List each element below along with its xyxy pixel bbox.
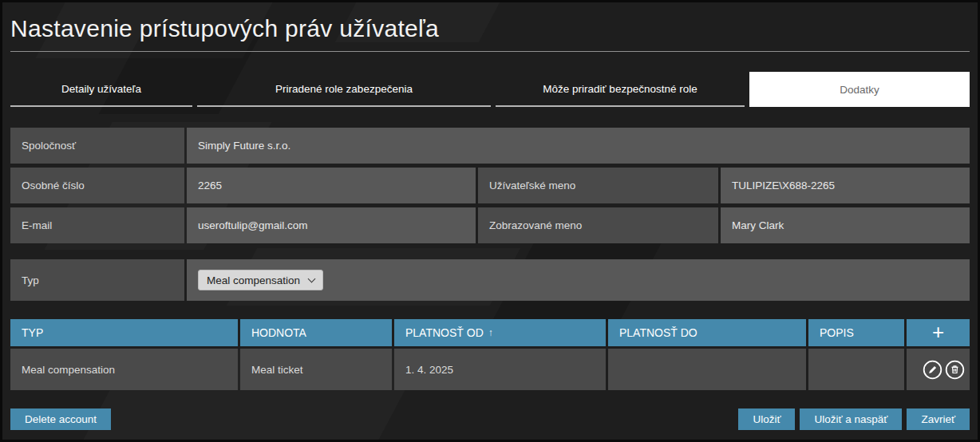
trash-icon xyxy=(945,360,965,380)
type-value-cell: Meal compensation xyxy=(187,259,970,301)
cell-hodnota: Meal ticket xyxy=(240,349,392,390)
personal-number-label: Osobné číslo xyxy=(10,168,184,203)
table-row[interactable]: Meal compensation Meal ticket 1. 4. 2025 xyxy=(10,349,970,390)
email-value[interactable]: useroftulip@gmail.com xyxy=(187,207,476,243)
display-name-value[interactable]: Mary Clark xyxy=(721,207,970,243)
addendums-table: TYP HODNOTA PLATNOSŤ OD ↑ PLATNOSŤ DO PO… xyxy=(10,319,970,390)
username-value[interactable]: TULIPIZE\X688-2265 xyxy=(721,168,970,203)
username-label: Užívateľské meno xyxy=(478,168,718,203)
sort-ascending-icon: ↑ xyxy=(488,327,493,338)
display-name-label: Zobrazované meno xyxy=(478,207,718,243)
company-label: Spoločnosť xyxy=(10,128,184,164)
form-row-email: E-mail useroftulip@gmail.com Zobrazované… xyxy=(10,207,970,243)
type-select[interactable]: Meal compensation xyxy=(198,270,323,290)
form-row-company: Spoločnosť Simply Future s.r.o. xyxy=(10,128,970,164)
title-separator xyxy=(10,51,970,52)
tab-bar: Detaily užívateľa Priradené role zabezpe… xyxy=(10,72,970,107)
type-label: Typ xyxy=(10,259,184,301)
edit-row-button[interactable] xyxy=(923,360,942,380)
plus-icon: + xyxy=(932,322,944,342)
form-row-type: Typ Meal compensation xyxy=(10,259,970,301)
chevron-down-icon xyxy=(308,274,316,282)
column-header-typ[interactable]: TYP xyxy=(10,319,238,346)
save-button[interactable]: Uložiť xyxy=(738,408,795,430)
user-details-form: Spoločnosť Simply Future s.r.o. Osobné č… xyxy=(10,128,970,301)
column-header-popis[interactable]: POPIS xyxy=(808,319,904,346)
personal-number-value[interactable]: 2265 xyxy=(187,168,476,203)
tab-assigned-security-roles[interactable]: Priradené role zabezpečenia xyxy=(197,72,491,107)
footer-right-buttons: Uložiť Uložiť a naspäť Zavrieť xyxy=(738,408,970,430)
cell-popis xyxy=(808,349,904,390)
tab-can-assign-security-roles[interactable]: Môže priradiť bezpečnostné role xyxy=(496,72,745,107)
save-and-back-button[interactable]: Uložiť a naspäť xyxy=(800,408,902,430)
company-value[interactable]: Simply Future s.r.o. xyxy=(187,128,970,164)
email-label: E-mail xyxy=(10,207,184,243)
cell-actions xyxy=(907,349,970,390)
pencil-icon xyxy=(923,360,942,380)
tab-addendums[interactable]: Dodatky xyxy=(749,72,970,107)
column-header-hodnota[interactable]: HODNOTA xyxy=(240,319,392,346)
platnost-od-label: PLATNOSŤ OD xyxy=(405,326,484,339)
footer-actions: Delete account Uložiť Uložiť a naspäť Za… xyxy=(10,408,970,430)
user-access-rights-window: Nastavenie prístupových práv užívateľa D… xyxy=(0,0,980,442)
delete-account-button[interactable]: Delete account xyxy=(10,408,111,430)
add-row-button[interactable]: + xyxy=(907,319,970,346)
page-title: Nastavenie prístupových práv užívateľa xyxy=(10,11,970,46)
column-header-platnost-od[interactable]: PLATNOSŤ OD ↑ xyxy=(394,319,606,346)
type-select-value: Meal compensation xyxy=(207,274,300,286)
content: Nastavenie prístupových práv užívateľa D… xyxy=(10,11,970,430)
form-row-personal-number: Osobné číslo 2265 Užívateľské meno TULIP… xyxy=(10,168,970,203)
cell-typ: Meal compensation xyxy=(10,349,238,390)
column-header-platnost-do[interactable]: PLATNOSŤ DO xyxy=(608,319,806,346)
tab-user-details[interactable]: Detaily užívateľa xyxy=(10,72,192,107)
delete-row-button[interactable] xyxy=(945,360,965,380)
table-header-row: TYP HODNOTA PLATNOSŤ OD ↑ PLATNOSŤ DO PO… xyxy=(10,319,970,346)
close-button[interactable]: Zavrieť xyxy=(907,408,970,430)
cell-platnost-od: 1. 4. 2025 xyxy=(394,349,606,390)
cell-platnost-do xyxy=(608,349,806,390)
